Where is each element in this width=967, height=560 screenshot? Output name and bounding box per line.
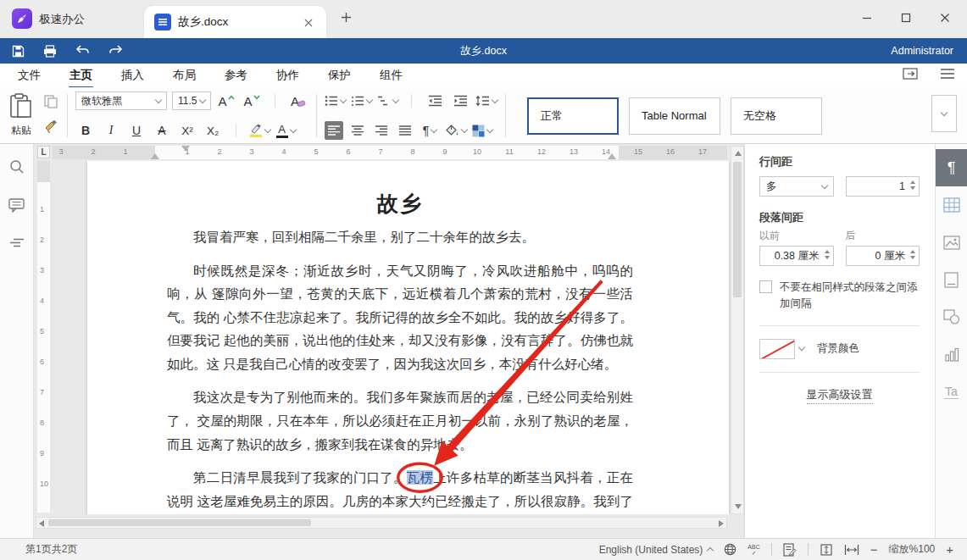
bold-button[interactable]: B	[75, 121, 96, 140]
increase-indent-button[interactable]	[450, 91, 470, 110]
decrease-indent-button[interactable]	[425, 91, 445, 110]
line-spacing-value-input[interactable]: 1	[846, 176, 920, 197]
text-art-panel-tab[interactable]: Ta	[936, 373, 967, 410]
menu-collaborate[interactable]: 协作	[270, 65, 305, 86]
globe-icon[interactable]	[724, 543, 736, 556]
tab-title: 故乡.docx	[178, 14, 301, 30]
menu-components[interactable]: 组件	[374, 65, 408, 86]
language-selector[interactable]: English (United States)	[599, 544, 714, 556]
horizontal-scroll-thumb[interactable]	[48, 519, 311, 526]
fit-page-icon[interactable]	[820, 543, 833, 557]
hamburger-menu-icon[interactable]	[940, 68, 955, 83]
maximize-button[interactable]	[892, 7, 920, 29]
vertical-scrollbar[interactable]	[731, 146, 744, 514]
shapes-panel-tab[interactable]	[936, 298, 967, 335]
hanging-indent-marker[interactable]	[151, 153, 159, 159]
document-viewport[interactable]: 故乡 我冒着严寒，回到相隔二千余里，别了二十余年的故乡去。 时候既然是深冬；渐近…	[53, 161, 731, 514]
table-panel-tab[interactable]	[936, 186, 967, 224]
format-painter-icon[interactable]	[44, 119, 59, 136]
proofing-icon[interactable]	[783, 543, 797, 557]
image-panel-tab[interactable]	[936, 224, 967, 261]
subscript-button[interactable]: X₂	[203, 121, 223, 140]
minimize-button[interactable]	[853, 7, 881, 29]
justify-button[interactable]	[396, 121, 414, 140]
same-style-checkbox[interactable]	[759, 280, 772, 293]
title-bar: 故乡.docx Administrator	[0, 38, 967, 64]
comments-icon[interactable]	[8, 198, 25, 216]
shrink-font-button[interactable]: A	[242, 91, 262, 110]
document-page[interactable]: 故乡 我冒着严寒，回到相隔二千余里，别了二十余年的故乡去。 时候既然是深冬；渐近…	[87, 161, 729, 514]
highlighted-word: 瓦楞	[407, 470, 433, 485]
superscript-button[interactable]: X²	[177, 121, 197, 140]
scroll-up-arrow[interactable]	[735, 151, 742, 156]
horizontal-scrollbar[interactable]	[36, 517, 727, 529]
underline-button[interactable]: U	[126, 121, 147, 140]
tab-close-icon[interactable]	[301, 14, 316, 31]
new-tab-button[interactable]	[336, 9, 356, 27]
close-window-button[interactable]	[931, 7, 959, 29]
menu-references[interactable]: 参考	[219, 65, 253, 86]
menu-layout[interactable]: 布局	[167, 65, 202, 86]
menu-home[interactable]: 主页	[64, 65, 98, 86]
tab-selector[interactable]: L	[37, 146, 50, 158]
export-panel-icon[interactable]	[903, 67, 918, 84]
clipboard-icon	[10, 93, 32, 119]
style-no-spacing[interactable]: 无空格	[731, 97, 822, 135]
font-size-select[interactable]: 11.5	[172, 91, 211, 110]
bullet-list-button[interactable]	[325, 91, 346, 110]
paragraph-panel-tab[interactable]: ¶	[936, 149, 967, 186]
fit-width-icon[interactable]	[844, 544, 859, 556]
font-color-button[interactable]: A	[275, 121, 296, 140]
clear-formatting-button[interactable]: A	[288, 91, 308, 110]
paragraph-2: 时候既然是深冬；渐近故乡时，天气又阴晦了，冷风吹进船舱中，呜呜的响，从 篷隙向外…	[167, 259, 633, 376]
paragraph-3: 我这次是专为了别他而来的。我们多年聚族而居的老屋，已经公同卖给别姓了， 交屋的期…	[167, 385, 633, 456]
vertical-scroll-thumb[interactable]	[733, 162, 742, 297]
zoom-in-button[interactable]: +	[946, 542, 953, 557]
scroll-down-arrow[interactable]	[735, 504, 742, 509]
workspace: L 3211234567891011121314151617 123456789…	[0, 144, 967, 538]
grow-font-button[interactable]: A	[216, 91, 236, 110]
line-spacing-mode-select[interactable]: 多	[759, 176, 834, 197]
spacing-after-input[interactable]: 0 厘米	[846, 246, 920, 266]
align-center-button[interactable]	[348, 121, 367, 140]
table-style-button[interactable]	[472, 121, 492, 140]
multilevel-list-button[interactable]	[377, 91, 398, 110]
search-icon[interactable]	[9, 159, 25, 178]
chart-panel-tab[interactable]	[936, 335, 967, 373]
menu-file[interactable]: 文件	[12, 65, 47, 86]
italic-button[interactable]: I	[101, 121, 121, 140]
font-name-select[interactable]: 微软雅黑	[75, 91, 167, 110]
spacing-before-input[interactable]: 0.38 厘米	[759, 246, 834, 266]
menu-protect[interactable]: 保护	[322, 65, 357, 86]
zoom-level: 缩放%100	[889, 542, 936, 557]
shading-button[interactable]	[445, 121, 467, 140]
scroll-left-arrow[interactable]	[39, 520, 44, 527]
page-panel-tab[interactable]	[936, 261, 967, 298]
paragraph-mark-button[interactable]: ¶	[420, 121, 440, 140]
paste-label: 粘贴	[11, 124, 31, 138]
strikethrough-button[interactable]: A	[152, 121, 172, 140]
scroll-right-arrow[interactable]	[719, 520, 724, 527]
document-tab[interactable]: 故乡.docx	[144, 6, 326, 38]
before-label: 以前	[759, 229, 834, 243]
styles-gallery-more-button[interactable]	[931, 95, 957, 132]
background-color-dropdown[interactable]	[795, 339, 809, 359]
numbered-list-button[interactable]	[351, 91, 372, 110]
style-table-normal[interactable]: Table Normal	[629, 97, 720, 135]
align-left-button[interactable]	[325, 121, 343, 140]
zoom-out-button[interactable]: −	[870, 542, 878, 557]
ribbon-toolbar: 粘贴 微软雅黑 11.5 A	[0, 87, 967, 144]
paste-button[interactable]: 粘贴	[7, 91, 36, 140]
style-normal[interactable]: 正常	[527, 97, 619, 135]
highlight-color-button[interactable]	[249, 121, 270, 140]
user-name[interactable]: Administrator	[891, 45, 953, 57]
app-logo-icon[interactable]	[12, 8, 32, 29]
menu-insert[interactable]: 插入	[115, 65, 150, 86]
background-color-swatch[interactable]	[759, 339, 795, 359]
advanced-settings-link[interactable]: 显示高级设置	[807, 387, 873, 404]
align-right-button[interactable]	[372, 121, 391, 140]
outline-icon[interactable]	[9, 236, 25, 252]
spell-check-icon[interactable]: ABC ✓	[747, 544, 759, 556]
line-spacing-button[interactable]	[475, 91, 497, 110]
copy-icon[interactable]	[44, 95, 59, 112]
